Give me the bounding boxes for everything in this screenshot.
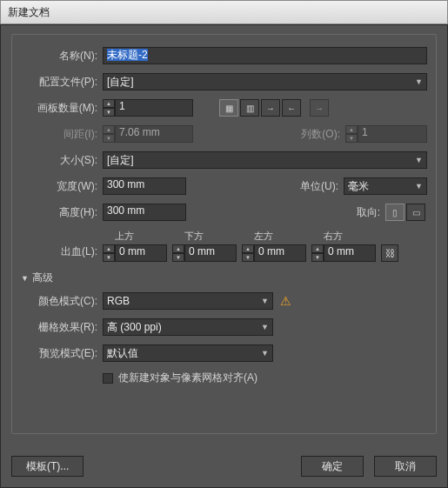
chevron-down-icon: ▼ [261,349,269,358]
bleed-top-value[interactable]: 0 mm [115,244,167,262]
bleed-label: 出血(L): [21,244,103,262]
dialog-body: 名称(N): 未标题-2 配置文件(P): [自定] ▼ 画板数量(M): ▲ … [0,24,448,488]
chevron-down-icon: ▼ [415,182,423,191]
spin-down-icon[interactable]: ▼ [311,253,324,262]
spacing-label: 间距(I): [21,127,103,142]
artboards-value[interactable]: 1 [115,99,193,117]
advanced-label: 高级 [32,271,53,285]
spin-up-icon: ▲ [103,125,115,134]
columns-value: 1 [358,125,427,143]
preview-dropdown[interactable]: 默认值 ▼ [103,344,273,362]
triangle-down-icon: ▼ [21,274,29,283]
chevron-down-icon: ▼ [415,156,423,164]
preview-value: 默认值 [107,346,138,361]
spin-down-icon: ▼ [345,134,358,143]
arrange-col-icon[interactable]: ← [282,99,301,117]
chevron-down-icon: ▼ [261,323,269,331]
width-input[interactable]: 300 mm [103,177,186,195]
ok-button[interactable]: 确定 [301,456,364,477]
spin-up-icon[interactable]: ▲ [103,99,115,108]
spin-up-icon[interactable]: ▲ [311,244,324,253]
spin-up-icon[interactable]: ▲ [172,244,184,253]
spin-down-icon[interactable]: ▼ [103,253,115,262]
orient-label: 取向: [344,205,385,220]
advanced-header[interactable]: ▼ 高级 [21,271,427,285]
raster-label: 栅格效果(R): [21,320,103,335]
arrange-rtl-icon[interactable]: → [310,99,329,117]
spacing-spinner: ▲ ▼ 7.06 mm [103,125,193,143]
window-title: 新建文档 [8,5,50,20]
width-label: 宽度(W): [21,179,103,194]
spin-up-icon[interactable]: ▲ [242,244,254,253]
height-input[interactable]: 300 mm [103,204,186,221]
units-label: 单位(U): [288,179,344,194]
orient-portrait-icon[interactable]: ▯ [385,204,405,221]
spin-down-icon: ▼ [103,134,115,143]
warning-icon: ⚠ [280,294,291,308]
footer: 模板(T)... 确定 取消 [11,456,437,477]
artboards-label: 画板数量(M): [21,101,103,116]
profile-dropdown[interactable]: [自定] ▼ [103,73,427,90]
spin-up-icon: ▲ [345,125,358,134]
size-value: [自定] [107,153,134,168]
bleed-bottom-header: 下方 [172,230,237,243]
bleed-left-header: 左方 [242,230,306,243]
spacing-value: 7.06 mm [115,125,193,143]
raster-value: 高 (300 ppi) [107,320,162,335]
colormode-value: RGB [107,295,130,307]
units-dropdown[interactable]: 毫米 ▼ [344,177,427,195]
align-checkbox[interactable] [103,373,113,384]
colormode-dropdown[interactable]: RGB ▼ [103,292,273,310]
colormode-label: 颜色模式(C): [21,294,103,309]
spin-down-icon[interactable]: ▼ [103,108,115,117]
bleed-right-spinner[interactable]: ▲▼ 0 mm [311,244,376,262]
template-button[interactable]: 模板(T)... [11,456,84,477]
orient-landscape-icon[interactable]: ▭ [406,204,425,221]
grid-by-col-icon[interactable]: ▥ [240,99,259,117]
artboards-spinner[interactable]: ▲ ▼ 1 [103,99,193,117]
name-input[interactable]: 未标题-2 [103,47,427,64]
inner-panel: 名称(N): 未标题-2 配置文件(P): [自定] ▼ 画板数量(M): ▲ … [11,34,437,434]
cancel-button[interactable]: 取消 [374,456,437,477]
columns-label: 列数(O): [290,127,345,142]
spin-up-icon[interactable]: ▲ [103,244,115,253]
bleed-right-header: 右方 [311,230,376,243]
columns-spinner: ▲ ▼ 1 [345,125,427,143]
spin-down-icon[interactable]: ▼ [242,253,254,262]
bleed-right-value[interactable]: 0 mm [324,244,376,262]
align-label: 使新建对象与像素网格对齐(A) [118,371,257,385]
arrange-row-icon[interactable]: → [261,99,280,117]
spin-down-icon[interactable]: ▼ [172,253,184,262]
bleed-bottom-value[interactable]: 0 mm [184,244,237,262]
profile-value: [自定] [107,75,134,90]
bleed-top-spinner[interactable]: ▲▼ 0 mm [103,244,167,262]
raster-dropdown[interactable]: 高 (300 ppi) ▼ [103,318,273,336]
size-label: 大小(S): [21,153,103,168]
name-value: 未标题-2 [107,49,148,61]
height-label: 高度(H): [21,205,103,220]
chevron-down-icon: ▼ [261,297,269,305]
size-dropdown[interactable]: [自定] ▼ [103,151,427,169]
preview-label: 预览模式(E): [21,346,103,361]
bleed-left-value[interactable]: 0 mm [254,244,306,262]
titlebar: 新建文档 [0,0,448,24]
bleed-left-spinner[interactable]: ▲▼ 0 mm [242,244,306,262]
bleed-top-header: 上方 [103,230,167,243]
bleed-bottom-spinner[interactable]: ▲▼ 0 mm [172,244,237,262]
units-value: 毫米 [348,179,369,194]
chevron-down-icon: ▼ [415,77,423,86]
name-label: 名称(N): [21,49,103,64]
profile-label: 配置文件(P): [21,75,103,90]
link-icon[interactable]: ⛓ [381,244,398,262]
grid-by-row-icon[interactable]: ▦ [219,99,238,117]
